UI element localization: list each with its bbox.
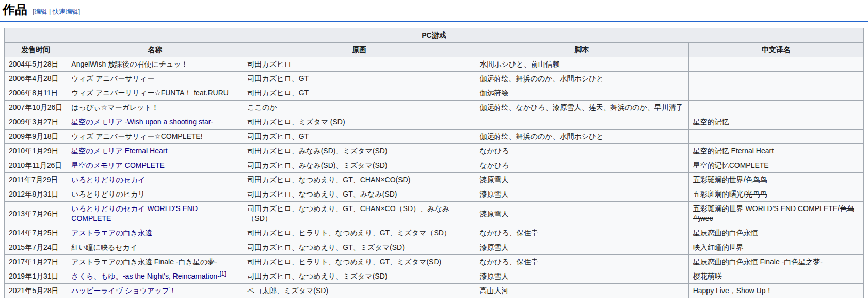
chinese-title-text: 星空的记忆 Eternal Heart [693, 147, 774, 155]
cell-title: ウィズ アニバーサリィー☆COMPLETE! [67, 130, 243, 144]
quick-edit-link[interactable]: 快速编辑 [53, 8, 78, 15]
table-row: 2009年3月27日星空のメモリア -Wish upon a shooting … [5, 115, 864, 130]
cell-title: いろとりどりのセカイ WORLD'S END COMPLETE [67, 202, 243, 226]
cell-chinese-title [688, 130, 863, 144]
game-title-text: ウィズ アニバーサリィー☆COMPLETE! [71, 132, 202, 140]
chinese-title-strikethrough: 光鸟鸟 [746, 190, 767, 198]
cell-scenario: 漆原雪人 [475, 173, 688, 187]
game-title-text: はっぴぃ☆マーガレット！ [71, 103, 159, 111]
game-title-link[interactable]: 星空のメモリア COMPLETE [71, 161, 165, 169]
chinese-title-text: 五彩斑斓的世界 WORLD'S END COMPLETE/ [693, 204, 840, 213]
column-header: 脚本 [475, 43, 688, 57]
cell-scenario: 漆原雪人 [475, 240, 688, 255]
table-body: 2004年5月28日AngelWish 放課後の召使にチュッ！司田カズヒロ水間ホ… [5, 57, 864, 298]
game-title-link[interactable]: いろとりどりのセカイ [71, 175, 145, 184]
cell-title: ウィズ アニバーサリィー [67, 72, 243, 86]
cell-chinese-title: 五彩斑斓的曙光/光鸟鸟 [688, 187, 863, 202]
column-header: 中文译名 [688, 43, 863, 57]
cell-release-date: 2019年1月31日 [5, 269, 67, 284]
game-title-link[interactable]: さくら、もゆ。-as the Night's, Reincarnation- [71, 272, 220, 280]
cell-scenario: 伽远莳绘、舞浜ののか、水間ホシひと [475, 72, 688, 86]
table-row: 2021年5月28日ハッピーライヴ ショウアップ！ベコ太郎、ミズタマ(SD)高山… [5, 284, 864, 298]
cell-release-date: 2009年3月27日 [5, 115, 67, 130]
cell-scenario: なかひろ、保住圭 [475, 255, 688, 269]
edit-section: [编辑 | 快速编辑] [33, 8, 80, 17]
cell-title: 星空のメモリア -Wish upon a shooting star- [67, 115, 243, 130]
game-title-text: ウィズ アニバーサリィー☆FUNTA！ feat.RURU [71, 89, 229, 97]
cell-title: ハッピーライヴ ショウアップ！ [67, 284, 243, 298]
cell-chinese-title [688, 72, 863, 86]
game-title-link[interactable]: 星空のメモリア Eternal Heart [71, 147, 167, 155]
cell-original-art: 司田カズヒロ、みなみ(SD)、ミズタマ(SD) [243, 144, 475, 158]
cell-chinese-title: 星空的记忆 [688, 115, 863, 130]
edit-separator: | [47, 8, 52, 15]
game-title-link[interactable]: いろとりどりのセカイ WORLD'S END COMPLETE [71, 204, 198, 222]
edit-link[interactable]: 编辑 [34, 8, 47, 15]
table-row: 2019年1月31日さくら、もゆ。-as the Night's, Reinca… [5, 269, 864, 284]
table-row: 2004年5月28日AngelWish 放課後の召使にチュッ！司田カズヒロ水間ホ… [5, 57, 864, 72]
cell-scenario: なかひろ [475, 144, 688, 158]
column-header: 原画 [243, 43, 475, 57]
cell-chinese-title: Happy Live，Show Up！ [688, 284, 863, 298]
cell-release-date: 2010年1月29日 [5, 144, 67, 158]
cell-release-date: 2006年4月28日 [5, 72, 67, 86]
cell-original-art: 司田カズヒロ、GT [243, 86, 475, 101]
cell-scenario: 漆原雪人 [475, 187, 688, 202]
cell-release-date: 2006年8月11日 [5, 86, 67, 101]
table-row: 2010年11月26日星空のメモリア COMPLETE司田カズヒロ、みなみ(SD… [5, 158, 864, 173]
cell-title: 星空のメモリア Eternal Heart [67, 144, 243, 158]
game-title-text: いろとりどりのヒカリ [71, 190, 145, 198]
cell-original-art: 司田カズヒロ、なつめえり、GT、みなみ(SD) [243, 187, 475, 202]
table-row: 2006年4月28日ウィズ アニバーサリィー司田カズヒロ、GT伽远莳绘、舞浜のの… [5, 72, 864, 86]
section-heading-row: 作品 [编辑 | 快速编辑] [0, 0, 868, 22]
cell-release-date: 2014年7月25日 [5, 226, 67, 240]
cell-original-art: 司田カズヒロ、みなみ(SD)、ミズタマ(SD) [243, 158, 475, 173]
table-header-row: 发售时间名称原画脚本中文译名 [5, 43, 864, 57]
cell-title: AngelWish 放課後の召使にチュッ！ [67, 57, 243, 72]
cell-chinese-title: 樱花萌咲 [688, 269, 863, 284]
chinese-title-strikethrough: 色鸟鸟 [746, 175, 767, 184]
chinese-title-text: 樱花萌咲 [693, 272, 722, 280]
cell-chinese-title: 星辰恋曲的白色永恒 Finale -白色星之梦- [688, 255, 863, 269]
game-title-link[interactable]: 星空のメモリア -Wish upon a shooting star- [71, 118, 213, 126]
cell-original-art: 司田カズヒロ、なつめえり、GT、CHAN×CO（SD）、みなみ（SD） [243, 202, 475, 226]
chinese-title-text: Happy Live，Show Up！ [693, 286, 773, 295]
cell-chinese-title: 星辰恋曲的白色永恒 [688, 226, 863, 240]
cell-scenario: 高山大河 [475, 284, 688, 298]
cell-chinese-title: 映入红瞳的世界 [688, 240, 863, 255]
cell-scenario: なかひろ [475, 158, 688, 173]
table-row: 2010年1月29日星空のメモリア Eternal Heart司田カズヒロ、みな… [5, 144, 864, 158]
cell-chinese-title [688, 57, 863, 72]
column-header: 名称 [67, 43, 243, 57]
game-title-text: AngelWish 放課後の召使にチュッ！ [71, 60, 188, 68]
cell-chinese-title [688, 101, 863, 115]
table-title-row: PC游戏 [5, 28, 864, 43]
cell-release-date: 2011年7月29日 [5, 173, 67, 187]
edit-bracket-close: ] [78, 8, 80, 15]
cell-original-art: 司田カズヒロ、ヒラサト、なつめえり、GT、ミズタマ(SD) [243, 255, 475, 269]
chinese-title-text: 五彩斑斓的世界/ [693, 175, 746, 184]
cell-title: ウィズ アニバーサリィー☆FUNTA！ feat.RURU [67, 86, 243, 101]
reference-link[interactable]: [1] [220, 271, 226, 277]
works-table: PC游戏 发售时间名称原画脚本中文译名 2004年5月28日AngelWish … [4, 28, 864, 298]
table-row: 2013年7月26日いろとりどりのセカイ WORLD'S END COMPLET… [5, 202, 864, 226]
cell-release-date: 2021年5月28日 [5, 284, 67, 298]
game-title-text: ウィズ アニバーサリィー [71, 74, 154, 83]
cell-release-date: 2010年11月26日 [5, 158, 67, 173]
chinese-title-text: 星辰恋曲的白色永恒 [693, 229, 758, 237]
table-row: 2017年1月27日アストラエアの白き永遠 Finale -白き星の夢-司田カズ… [5, 255, 864, 269]
cell-chinese-title [688, 86, 863, 101]
chinese-title-text: 星空的记忆COMPLETE [693, 161, 769, 169]
works-section: PC游戏 发售时间名称原画脚本中文译名 2004年5月28日AngelWish … [0, 22, 868, 298]
cell-title: アストラエアの白き永遠 [67, 226, 243, 240]
table-row: 2006年8月11日ウィズ アニバーサリィー☆FUNTA！ feat.RURU司… [5, 86, 864, 101]
cell-scenario: 伽远莳绘、なかひろ、漆原雪人、莲天、舞浜ののか、早川清子 [475, 101, 688, 115]
cell-title: いろとりどりのセカイ [67, 173, 243, 187]
cell-scenario: 伽远莳绘、舞浜ののか、水間ホシひと [475, 130, 688, 144]
table-row: 2012年8月31日いろとりどりのヒカリ司田カズヒロ、なつめえり、GT、みなみ(… [5, 187, 864, 202]
game-title-link[interactable]: アストラエアの白き永遠 [71, 229, 152, 237]
cell-original-art: 司田カズヒロ、GT [243, 72, 475, 86]
game-title-link[interactable]: ハッピーライヴ ショウアップ！ [71, 286, 176, 295]
cell-original-art: 司田カズヒロ、なつめえり、GT、ミズタマ(SD) [243, 240, 475, 255]
table-title: PC游戏 [5, 28, 864, 43]
